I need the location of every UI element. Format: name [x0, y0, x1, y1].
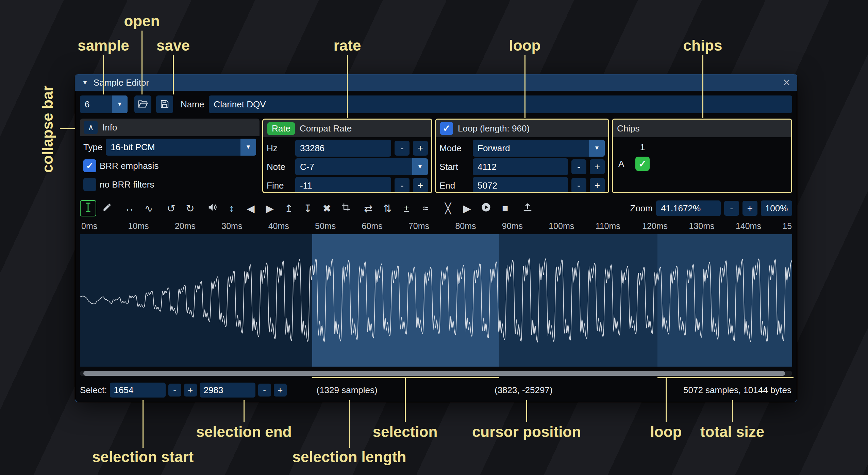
selection-end-plus-button[interactable]: +	[274, 384, 287, 397]
loop-start-minus-button[interactable]: -	[571, 159, 586, 174]
fade-out-button[interactable]: ▶	[262, 200, 278, 216]
fine-minus-button[interactable]: -	[395, 178, 410, 193]
horizontal-scrollbar[interactable]	[80, 371, 792, 376]
ruler-tick: 120ms	[642, 221, 668, 231]
preview-button[interactable]: ▶	[459, 200, 475, 216]
selection-start-minus-button[interactable]: -	[168, 384, 181, 397]
no-brr-filters-checkbox[interactable]: ✓	[83, 178, 96, 191]
chevron-down-icon[interactable]: ▼	[112, 95, 128, 113]
collapse-bar-button[interactable]: ∧	[84, 121, 98, 134]
loop-mode-select[interactable]: Forward ▼	[473, 140, 605, 157]
fade-out-icon: ▶	[266, 203, 273, 214]
loop-end-value: 5072	[478, 180, 497, 191]
annotation-line-sample	[103, 55, 104, 94]
sample-selector[interactable]: 6 ▼	[80, 95, 128, 113]
redo-button[interactable]: ↻	[182, 200, 198, 216]
sample-editor-window: ▼ Sample Editor × 6 ▼ Name Clarinet DQV	[75, 74, 797, 402]
selection-end-minus-button[interactable]: -	[258, 384, 271, 397]
fade-in-button[interactable]: ◀	[243, 200, 259, 216]
fine-value: -11	[300, 180, 312, 191]
zoom-controls: Zoom 41.1672% - + 100%	[630, 200, 792, 216]
apply-silence-button[interactable]: ↧	[300, 200, 316, 216]
chevron-down-icon[interactable]: ▼	[589, 140, 605, 157]
invert-button[interactable]: ⇅	[379, 200, 396, 216]
annotation-rate: rate	[334, 37, 361, 54]
preview-loop-button[interactable]	[478, 200, 494, 216]
cursor-position-text: (3823, -25297)	[495, 385, 553, 395]
check-icon: ✓	[638, 158, 646, 170]
floppy-disk-icon	[160, 99, 170, 110]
window-collapse-icon[interactable]: ▼	[82, 79, 88, 86]
loop-start-input[interactable]: 4112	[473, 158, 568, 175]
note-select[interactable]: C-7 ▼	[295, 158, 428, 175]
normalize-button[interactable]: ↕	[223, 200, 240, 216]
resample-button[interactable]: ∿	[140, 200, 157, 216]
loop-end-minus-button[interactable]: -	[571, 178, 586, 193]
annotation-collapse-bar: collapse bar	[39, 86, 56, 173]
annotation-total-size: total size	[700, 423, 764, 440]
silence-button[interactable]: ╳	[440, 200, 456, 216]
fine-plus-button[interactable]: +	[413, 178, 428, 193]
resize-button[interactable]: ↔	[121, 200, 138, 216]
amplify-button[interactable]	[204, 200, 221, 216]
name-label: Name	[181, 99, 204, 110]
loop-enable-checkbox[interactable]: ✓	[440, 122, 453, 135]
loop-start-plus-button[interactable]: +	[590, 159, 605, 174]
loop-end-input[interactable]: 5072	[473, 177, 568, 193]
chevron-down-icon[interactable]: ▼	[240, 139, 256, 156]
selection-start-input[interactable]: 1654	[110, 383, 166, 398]
ruler-tick: 100ms	[549, 221, 574, 231]
redo-icon: ↻	[186, 203, 194, 214]
fine-input[interactable]: -11	[295, 177, 391, 193]
hz-input[interactable]: 33286	[295, 140, 391, 157]
close-icon[interactable]: ×	[783, 76, 790, 89]
sign-button[interactable]: ±	[398, 200, 415, 216]
select-mode-button[interactable]	[80, 200, 96, 216]
hz-minus-button[interactable]: -	[395, 141, 410, 156]
zoom-reset-button[interactable]: 100%	[761, 200, 792, 216]
annotation-sample: sample	[78, 37, 129, 54]
ruler-tick: 50ms	[315, 221, 336, 231]
chips-header: Chips	[617, 123, 639, 134]
waveform-display[interactable]	[80, 234, 792, 367]
loop-end-plus-button[interactable]: +	[590, 178, 605, 193]
selection-start-plus-button[interactable]: +	[184, 384, 197, 397]
chip-enable-checkbox[interactable]: ✓	[635, 157, 650, 171]
open-sample-button[interactable]	[134, 95, 151, 113]
trim-button[interactable]	[338, 200, 354, 216]
sample-name-value: Clarinet DQV	[214, 99, 266, 110]
brr-emphasis-checkbox[interactable]: ✓	[83, 159, 96, 172]
ibeam-cursor-icon	[83, 202, 94, 215]
zoom-out-button[interactable]: -	[724, 201, 739, 216]
save-sample-button[interactable]	[156, 95, 173, 113]
ruler-tick: 30ms	[221, 221, 242, 231]
reverse-icon: ⇄	[364, 203, 372, 214]
chip-row-label: A	[616, 159, 633, 169]
filter-button[interactable]: ≈	[417, 200, 434, 216]
chevron-down-icon[interactable]: ▼	[412, 158, 428, 175]
resize-icon: ↔	[124, 203, 135, 214]
sample-name-input[interactable]: Clarinet DQV	[209, 95, 792, 113]
scrollbar-thumb[interactable]	[83, 371, 785, 376]
ruler-tick: 80ms	[455, 221, 476, 231]
titlebar[interactable]: ▼ Sample Editor ×	[75, 74, 797, 91]
reverse-button[interactable]: ⇄	[360, 200, 377, 216]
delete-button[interactable]: ✖	[319, 200, 335, 216]
check-icon: ✓	[86, 160, 94, 171]
stop-preview-button[interactable]: ■	[497, 200, 513, 216]
create-wavetable-button[interactable]	[519, 200, 536, 216]
undo-button[interactable]: ↺	[163, 200, 179, 216]
annotation-line-open	[141, 31, 143, 94]
waveform-canvas	[80, 234, 792, 367]
cross-icon: ╳	[445, 203, 451, 214]
hz-plus-button[interactable]: +	[413, 141, 428, 156]
ruler-tick: 60ms	[362, 221, 383, 231]
annotation-line-selection-start	[143, 400, 144, 448]
insert-silence-button[interactable]: ↥	[281, 200, 297, 216]
draw-mode-button[interactable]	[99, 200, 115, 216]
selection-end-input[interactable]: 2983	[200, 383, 255, 398]
ruler-tick: 90ms	[502, 221, 523, 231]
zoom-in-button[interactable]: +	[742, 201, 757, 216]
sample-type-select[interactable]: 16-bit PCM ▼	[106, 139, 256, 156]
zoom-input[interactable]: 41.1672%	[656, 200, 721, 216]
